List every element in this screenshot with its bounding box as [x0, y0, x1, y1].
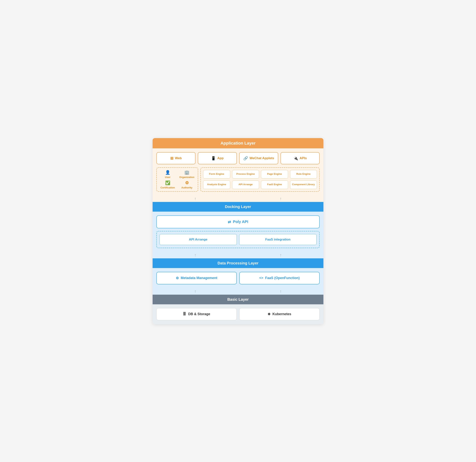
data-cards-row: ⚙Metadata Management<>FaaS (OpenFunction…	[156, 272, 320, 284]
data-layer-header: Data Processing Layer	[153, 258, 323, 268]
identity-label-0: User	[165, 176, 170, 179]
data-card-icon-0: ⚙	[176, 276, 179, 280]
app-card-web: ⊞Web	[156, 152, 196, 164]
arrow-up-6: ↑	[280, 289, 282, 294]
basic-layer-header: Basic Layer	[153, 295, 323, 304]
app-card-icon-3: 🔌	[293, 156, 298, 161]
app-card-icon-2: 🔗	[243, 156, 248, 161]
data-card-icon-1: <>	[259, 276, 263, 280]
arrow-up-1: ↑	[194, 197, 196, 201]
app-lower-row: 👤User🏢Organization✅Certification⚙Authori…	[156, 167, 320, 192]
app-card-label-0: Web	[175, 156, 182, 160]
basic-card-label-1: Kubernetes	[272, 312, 291, 316]
basic-cards-row: 🗄DB & Storage❄Kubernetes	[156, 308, 320, 320]
engine-box: Form EngineProcess EnginePage EngineRule…	[200, 167, 320, 192]
identity-box: 👤User🏢Organization✅Certification⚙Authori…	[156, 167, 198, 192]
data-layer-body: ⚙Metadata Management<>FaaS (OpenFunction…	[153, 268, 323, 288]
app-card-label-1: App	[217, 156, 224, 160]
app-card-icon-0: ⊞	[170, 156, 173, 161]
identity-icon-1: 🏢	[184, 170, 189, 175]
app-card-label-3: APIs	[300, 156, 307, 160]
identity-item-user: 👤User	[159, 170, 176, 179]
data-card-label-0: Metadata Management	[181, 276, 217, 280]
identity-item-certification: ✅Certification	[159, 181, 176, 189]
basic-card-1: ❄Kubernetes	[239, 308, 320, 320]
basic-card-icon-1: ❄	[268, 312, 271, 316]
identity-icon-0: 👤	[165, 170, 170, 175]
engine-item-analysis-engine: Analysis Engine	[203, 181, 230, 189]
app-card-wechat-applets: 🔗WeChat Applets	[239, 152, 278, 164]
basic-card-icon-0: 🗄	[183, 312, 186, 316]
engine-item-api-arrange: API Arrange	[232, 181, 259, 189]
identity-icon-2: ✅	[165, 181, 170, 185]
basic-layer-body: 🗄DB & Storage❄Kubernetes	[153, 304, 323, 324]
identity-icon-3: ⚙	[185, 181, 189, 185]
app-card-icon-1: 📱	[211, 156, 216, 161]
poly-api-label: Poly API	[233, 220, 248, 224]
docking-sub: API ArrangeFaaS integration	[156, 231, 320, 248]
identity-label-3: Authority	[181, 186, 192, 189]
arrows-row-3: ↑ ↑	[153, 288, 323, 295]
engine-item-faas-engine: FaaS Engine	[261, 181, 288, 189]
app-card-apis: 🔌APIs	[280, 152, 320, 164]
engine-item-page-engine: Page Engine	[261, 170, 288, 179]
identity-item-organization: 🏢Organization	[178, 170, 196, 179]
docking-sub-card-1: FaaS integration	[239, 234, 317, 245]
engine-item-form-engine: Form Engine	[203, 170, 230, 179]
docking-sub-card-0: API Arrange	[159, 234, 237, 245]
identity-item-authority: ⚙Authority	[178, 181, 196, 189]
architecture-diagram: Application Layer ⊞Web📱App🔗WeChat Applet…	[153, 138, 323, 324]
identity-label-2: Certification	[161, 186, 175, 189]
app-card-label-2: WeChat Applets	[250, 156, 274, 160]
arrow-up-3: ↑	[194, 253, 196, 257]
arrows-row-1: ↑ ↑	[153, 195, 323, 202]
poly-api-icon: ⇄	[228, 220, 231, 224]
basic-card-0: 🗄DB & Storage	[156, 308, 237, 320]
docking-layer-header: Docking Layer	[153, 202, 323, 212]
arrows-row-2: ↑ ↑	[153, 252, 323, 258]
engine-item-component-library: Component Library	[290, 181, 317, 189]
data-card-1: <>FaaS (OpenFunction)	[239, 272, 320, 284]
engine-item-process-engine: Process Engine	[232, 170, 259, 179]
arrow-up-5: ↑	[194, 289, 196, 294]
engine-item-rule-engine: Rule Engine	[290, 170, 317, 179]
data-card-0: ⚙Metadata Management	[156, 272, 237, 284]
app-layer-header: Application Layer	[153, 138, 323, 148]
basic-card-label-0: DB & Storage	[188, 312, 210, 316]
poly-api-card: ⇄ Poly API	[156, 215, 320, 228]
identity-label-1: Organization	[179, 176, 194, 179]
arrow-up-2: ↑	[280, 197, 282, 201]
app-card-app: 📱App	[198, 152, 237, 164]
app-top-row: ⊞Web📱App🔗WeChat Applets🔌APIs	[156, 152, 320, 164]
arrow-up-4: ↑	[280, 253, 282, 257]
data-card-label-1: FaaS (OpenFunction)	[265, 276, 300, 280]
app-layer-body: ⊞Web📱App🔗WeChat Applets🔌APIs 👤User🏢Organ…	[153, 148, 323, 195]
docking-layer-body: ⇄ Poly API API ArrangeFaaS integration	[153, 212, 323, 252]
